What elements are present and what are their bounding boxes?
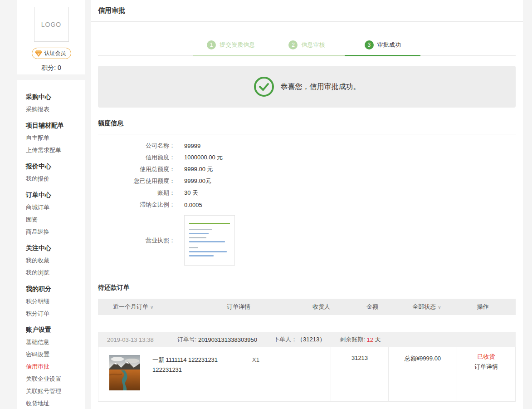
sidebar-item-related-accounts[interactable]: 关联账号管理 [26, 385, 85, 397]
company-logo: LOGO [34, 7, 69, 42]
step-label: 提交资质信息 [220, 41, 255, 49]
sidebar-item-self-order[interactable]: 自主配单 [26, 132, 85, 144]
quota-section-title: 额度信息 [98, 119, 516, 134]
field-total-used-limit: 使用总额度： 9999.00 元 [98, 163, 516, 175]
order-date: 2019-03-13 13:38 [107, 336, 154, 343]
menu-section-purchase: 采购中心 采购报表 [26, 91, 85, 115]
step-label: 审批成功 [377, 41, 401, 49]
menu-header: 报价中心 [26, 160, 85, 172]
field-label: 营业执照： [98, 237, 175, 245]
field-value: 99999 [184, 143, 200, 149]
field-value: 9999.00元 [184, 177, 211, 185]
column-receiver: 收货人 [286, 303, 356, 311]
license-thumb-line [189, 237, 206, 238]
sidebar-item-password[interactable]: 密码设置 [26, 348, 85, 360]
field-credit-limit: 信用额度： 1000000.00 元 [98, 152, 516, 163]
field-label: 信用额度： [98, 153, 175, 162]
page-title: 信用审批 [91, 0, 523, 22]
sidebar-item-related-enterprise[interactable]: 关联企业设置 [26, 373, 85, 385]
sidebar-item-my-quotes[interactable]: 我的报价 [26, 172, 85, 185]
menu-header: 账户设置 [26, 324, 85, 336]
field-label: 账期： [98, 189, 175, 197]
license-thumb-line [189, 233, 209, 234]
license-thumb-line [189, 241, 225, 242]
check-icon [254, 76, 274, 97]
menu-header: 我的积分 [26, 283, 85, 295]
field-label: 您已使用额度： [98, 177, 175, 185]
receiver-cell: 31213 [331, 347, 388, 401]
column-order-detail: 订单详情 [191, 303, 286, 311]
sidebar-item-fixed-assets[interactable]: 固资 [26, 213, 85, 226]
menu-section-quote: 报价中心 我的报价 [26, 160, 85, 185]
step-progress-bar [269, 55, 345, 56]
sidebar-item-returns[interactable]: 商品退换 [26, 226, 85, 238]
license-thumb-line [189, 223, 230, 224]
product-image[interactable] [109, 355, 140, 390]
badge-label: 认证会员 [44, 49, 66, 57]
product-name-line2: 122231231 [152, 365, 239, 375]
sidebar-item-upload-demand[interactable]: 上传需求配单 [26, 144, 85, 156]
product-name-line1: 一新 1111114 122231231 [152, 355, 239, 365]
sidebar-item-address[interactable]: 收货地址 [26, 397, 85, 409]
menu-section-orders: 订单中心 商城订单 固资 商品退换 [26, 189, 85, 238]
field-label: 使用总额度： [98, 165, 175, 173]
license-thumb-line [189, 247, 198, 248]
sidebar-item-points-orders[interactable]: 积分订单 [26, 307, 85, 320]
field-late-fee-ratio: 滞纳金比例： 0.0005 [98, 199, 516, 211]
step-progress-bar [193, 55, 269, 56]
step-3-approved: 3 审批成功 [345, 40, 420, 56]
main-panel: 信用审批 1 提交资质信息 2 信息审核 3 审批 [91, 0, 523, 409]
time-filter-label: 近一个月订单 [113, 303, 148, 310]
sidebar-menu: 采购中心 采购报表 项目辅材配单 自主配单 上传需求配单 报价中心 我的报价 订… [17, 80, 85, 409]
step-number-badge: 2 [288, 40, 298, 49]
remaining-unit: 天 [375, 335, 381, 344]
points-label: 积分: 0 [17, 64, 85, 72]
certified-member-badge: V 认证会员 [32, 48, 71, 59]
order-row: 一新 1111114 122231231 122231231 X1 31213 … [98, 347, 515, 401]
menu-header: 关注中心 [26, 242, 85, 254]
menu-section-points: 我的积分 积分明细 积分订单 [26, 283, 85, 320]
field-company-name: 公司名称： 99999 [98, 140, 516, 152]
sidebar-item-mall-orders[interactable]: 商城订单 [26, 201, 85, 213]
sidebar-item-basic-info[interactable]: 基础信息 [26, 336, 85, 348]
remaining-days: 12 [366, 336, 373, 343]
order-card: 2019-03-13 13:38 订单号: 201903131338303950… [98, 332, 516, 402]
menu-header: 项目辅材配单 [26, 119, 85, 132]
step-label: 信息审核 [301, 41, 325, 49]
license-thumb-line [189, 255, 214, 256]
business-license-thumbnail[interactable] [184, 215, 235, 266]
product-quantity: X1 [252, 355, 259, 401]
quota-fields: 公司名称： 99999 信用额度： 1000000.00 元 使用总额度： 99… [98, 134, 516, 266]
sidebar-item-history[interactable]: 我的浏览 [26, 266, 85, 279]
field-your-used-limit: 您已使用额度： 9999.00元 [98, 175, 516, 187]
field-label: 滞纳金比例： [98, 201, 175, 209]
amount-cell: 总额¥9999.00 [388, 347, 457, 401]
svg-text:V: V [37, 52, 39, 55]
step-progress-bar [345, 55, 420, 56]
sidebar-item-purchase-report[interactable]: 采购报表 [26, 103, 85, 115]
menu-header: 采购中心 [26, 91, 85, 103]
field-label: 公司名称： [98, 142, 175, 150]
order-no-label: 订单号: [177, 335, 197, 344]
menu-section-project: 项目辅材配单 自主配单 上传需求配单 [26, 119, 85, 156]
step-2-review: 2 信息审核 [269, 40, 345, 56]
field-business-license: 营业执照： [98, 215, 516, 266]
field-value: 0.0005 [184, 202, 202, 208]
sidebar-item-points-detail[interactable]: 积分明细 [26, 295, 85, 307]
step-number-badge: 3 [365, 40, 374, 49]
time-filter-dropdown[interactable]: 近一个月订单∨ [98, 303, 191, 311]
buyer-value: （31213） [297, 335, 325, 344]
order-detail-link[interactable]: 订单详情 [457, 362, 515, 372]
field-value: 30 天 [184, 189, 198, 197]
status-filter-dropdown[interactable]: 全部状态∨ [388, 303, 465, 311]
profile-card: LOGO V 认证会员 积分: 0 [17, 0, 85, 74]
orders-table-header: 近一个月订单∨ 订单详情 收货人 金额 全部状态∨ 操作 [98, 299, 516, 315]
menu-section-account: 账户设置 基础信息 密码设置 信用审批 关联企业设置 关联账号管理 收货地址 消… [26, 324, 85, 409]
order-no-value: 201903131338303950 [198, 336, 257, 343]
sidebar-item-favorites[interactable]: 我的收藏 [26, 254, 85, 266]
chevron-down-icon: ∨ [438, 305, 441, 310]
vip-gem-icon: V [35, 50, 42, 57]
product-name: 一新 1111114 122231231 122231231 [152, 355, 239, 401]
status-filter-label: 全部状态 [412, 303, 436, 310]
sidebar-item-credit-approval[interactable]: 信用审批 [26, 360, 85, 373]
